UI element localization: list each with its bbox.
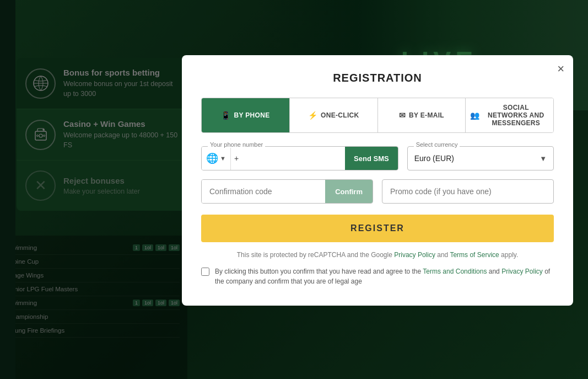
terms-text: By clicking this button you confirm that… [215,266,554,286]
tab-social-label: SOCIAL NETWORKS AND MESSENGERS [483,104,549,127]
promo-code-input[interactable] [382,180,553,203]
phone-field-group: Your phone number 🌐 ▼ + Send SMS [201,146,398,170]
confirmation-promo-row: Confirm [201,179,554,204]
modal-title: REGISTRATION [201,72,554,84]
flag-selector[interactable]: 🌐 ▼ [202,147,231,170]
currency-select-wrap: Euro (EUR) USD (USD) GBP (GBP) ▼ [407,146,554,170]
tab-social[interactable]: 👥 SOCIAL NETWORKS AND MESSENGERS [466,98,553,132]
register-button[interactable]: REGISTER [201,215,554,242]
close-button[interactable]: × [557,63,564,75]
privacy-policy2-link[interactable]: Privacy Policy [501,268,543,275]
send-sms-button[interactable]: Send SMS [345,147,398,170]
flag-icon: 🌐 [206,152,218,164]
terms-conditions-link[interactable]: Terms and Conditions [423,268,487,275]
phone-tab-icon: 📱 [221,111,230,120]
confirmation-input-wrap: Confirm [201,179,373,204]
tab-by-email[interactable]: ✉ BY E-MAIL [378,98,466,132]
recaptcha-text: This site is protected by reCAPTCHA and … [237,251,392,259]
confirm-button[interactable]: Confirm [325,180,373,203]
currency-field-group: Select currency Euro (EUR) USD (USD) GBP… [407,146,554,170]
phone-input-wrap: 🌐 ▼ + Send SMS [201,146,398,170]
phone-plus: + [231,147,242,170]
flag-chevron-icon: ▼ [220,155,226,162]
phone-number-input[interactable] [242,147,345,170]
confirmation-code-input[interactable] [202,180,325,203]
tab-one-click[interactable]: ⚡ ONE-CLICK [290,98,378,132]
tab-phone-label: BY PHONE [234,111,270,119]
social-tab-icon: 👥 [470,111,479,120]
privacy-policy-link[interactable]: Privacy Policy [394,251,435,259]
phone-label: Your phone number [208,141,265,148]
oneclick-tab-icon: ⚡ [308,111,317,120]
phone-currency-row: Your phone number 🌐 ▼ + Send SMS Select … [201,146,554,170]
registration-tabs: 📱 BY PHONE ⚡ ONE-CLICK ✉ BY E-MAIL 👥 SOC… [201,98,554,133]
tab-email-label: BY E-MAIL [409,111,444,119]
promo-input-wrap [382,179,554,204]
terms-of-service-link[interactable]: Terms of Service [450,251,499,259]
and-connector: and [437,251,448,259]
confirmation-field-group: Confirm [201,179,373,204]
terms-row: By clicking this button you confirm that… [201,266,554,286]
email-tab-icon: ✉ [399,111,406,120]
terms-checkbox[interactable] [201,268,209,276]
tab-oneclick-label: ONE-CLICK [321,111,359,119]
recaptcha-notice: This site is protected by reCAPTCHA and … [201,251,554,259]
promo-field-group [382,179,554,204]
apply-text: apply. [501,251,518,259]
currency-label: Select currency [414,141,460,148]
tab-by-phone[interactable]: 📱 BY PHONE [202,98,290,132]
registration-modal: × REGISTRATION 📱 BY PHONE ⚡ ONE-CLICK ✉ … [182,55,573,306]
currency-select[interactable]: Euro (EUR) USD (USD) GBP (GBP) [408,147,553,170]
